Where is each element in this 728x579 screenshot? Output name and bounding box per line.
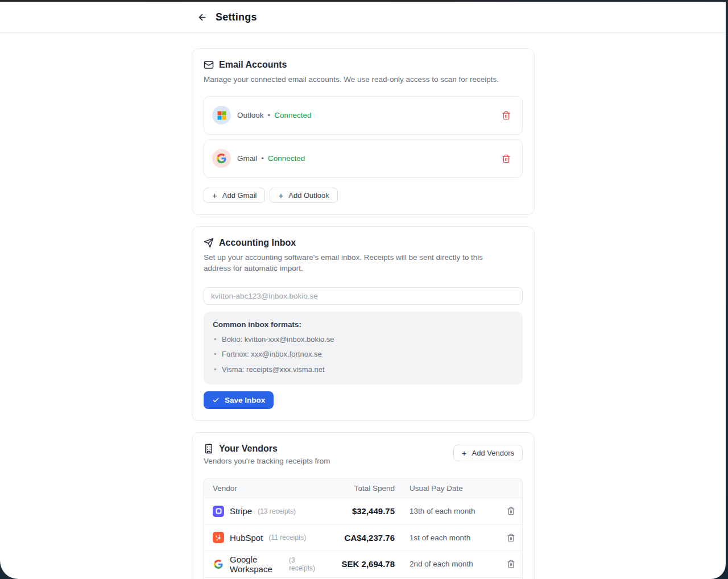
inbox-formats-box: Common inbox formats: Bokio: kvitton-xxx…: [204, 312, 523, 385]
delete-vendor-button[interactable]: [504, 504, 518, 518]
vendors-table: Vendor Total Spend Usual Pay Date Stripe…: [204, 478, 523, 579]
account-provider: Gmail: [237, 154, 257, 163]
formats-list: Bokio: kvitton-xxx@inbox.bokio.se Fortno…: [213, 334, 514, 375]
plus-icon: +: [212, 191, 217, 200]
app-window: Settings Email Accounts Manage your conn…: [0, 2, 726, 579]
accounting-inbox-description: Set up your accounting software's email …: [204, 252, 499, 274]
vendor-receipts-count: (3 receipts): [289, 556, 315, 572]
vendor-name: Google Workspace: [230, 555, 283, 574]
column-header-vendor: Vendor: [204, 484, 315, 493]
vendors-subtitle: Vendors you're tracking receipts from: [204, 457, 453, 465]
vendor-row-hubspot: HubSpot (11 receipts) CA$4,237.76 1st of…: [204, 524, 522, 551]
stripe-logo-icon: [213, 506, 224, 517]
building-icon: [204, 444, 214, 454]
vendor-total-spend: CA$4,237.76: [315, 533, 395, 543]
vendor-total-spend: SEK 2,694.78: [315, 559, 395, 569]
column-header-pay-date: Usual Pay Date: [410, 484, 499, 493]
vendor-name: Stripe: [230, 506, 252, 516]
status-badge: Connected: [274, 111, 311, 119]
dot-separator: •: [268, 111, 271, 119]
add-gmail-label: Add Gmail: [222, 191, 257, 200]
email-account-row-outlook: Outlook • Connected: [204, 96, 523, 135]
microsoft-logo-icon: [217, 111, 226, 120]
delete-vendor-button[interactable]: [504, 531, 518, 544]
page-header: Settings: [0, 2, 726, 33]
trash-icon: [507, 533, 515, 542]
account-provider: Outlook: [237, 111, 264, 119]
accounting-inbox-card: Accounting Inbox Set up your accounting …: [192, 226, 535, 421]
google-logo-icon: [213, 559, 224, 570]
plus-icon: +: [462, 449, 467, 457]
add-outlook-button[interactable]: + Add Outlook: [270, 188, 337, 203]
mail-icon: [204, 60, 214, 70]
plus-icon: +: [278, 191, 283, 200]
trash-icon: [502, 154, 511, 163]
arrow-left-icon: [197, 13, 207, 22]
outlook-avatar: [212, 106, 231, 125]
email-accounts-title: Email Accounts: [219, 60, 287, 70]
delete-vendor-button[interactable]: [504, 557, 518, 570]
column-header-total-spend: Total Spend: [315, 484, 395, 493]
hubspot-logo-icon: [213, 532, 224, 543]
accounting-inbox-title: Accounting Inbox: [219, 238, 296, 248]
dot-separator: •: [261, 154, 264, 163]
vendors-title: Your Vendors: [219, 444, 278, 454]
trash-icon: [507, 560, 515, 568]
vendor-receipts-count: (11 receipts): [268, 533, 306, 541]
back-button[interactable]: [194, 9, 210, 25]
google-logo-icon: [217, 154, 226, 163]
send-icon: [204, 238, 214, 248]
trash-icon: [502, 111, 511, 120]
vendor-receipts-count: (13 receipts): [258, 507, 296, 515]
format-item: Fortnox: xxx@inbox.fortnox.se: [213, 349, 514, 360]
email-accounts-description: Manage your connected email accounts. We…: [204, 74, 523, 85]
add-gmail-button[interactable]: + Add Gmail: [204, 188, 265, 203]
format-item: Bokio: kvitton-xxx@inbox.bokio.se: [213, 334, 514, 345]
vendor-pay-date: 1st of each month: [410, 533, 499, 542]
email-account-row-gmail: Gmail • Connected: [204, 139, 523, 178]
vendor-total-spend: $32,449.75: [315, 506, 395, 516]
vendor-row-google-workspace: Google Workspace (3 receipts) SEK 2,694.…: [204, 551, 522, 577]
vendors-card: Your Vendors Vendors you're tracking rec…: [192, 432, 535, 579]
add-vendors-label: Add Vendors: [472, 449, 514, 457]
delete-gmail-button[interactable]: [499, 152, 513, 166]
format-item: Visma: receipts@xxx.visma.net: [213, 364, 514, 375]
vendor-name: HubSpot: [230, 533, 263, 543]
vendor-pay-date: 2nd of each month: [410, 560, 499, 568]
formats-title: Common inbox formats:: [213, 320, 514, 329]
inbox-address-input[interactable]: [204, 287, 523, 305]
save-inbox-button[interactable]: Save Inbox: [204, 391, 274, 409]
vendor-row-stripe: Stripe (13 receipts) $32,449.75 13th of …: [204, 498, 522, 524]
status-badge: Connected: [268, 154, 305, 163]
check-icon: [212, 396, 220, 404]
email-accounts-card: Email Accounts Manage your connected ema…: [192, 48, 535, 215]
vendor-pay-date: 13th of each month: [410, 507, 499, 515]
delete-outlook-button[interactable]: [499, 109, 513, 122]
add-vendors-button[interactable]: + Add Vendors: [453, 445, 523, 461]
vendors-table-header: Vendor Total Spend Usual Pay Date: [204, 478, 522, 498]
page-title: Settings: [216, 11, 257, 23]
save-inbox-label: Save Inbox: [225, 396, 265, 404]
settings-content: Email Accounts Manage your connected ema…: [192, 34, 535, 579]
add-outlook-label: Add Outlook: [288, 191, 329, 200]
trash-icon: [507, 507, 515, 515]
gmail-avatar: [212, 149, 231, 168]
